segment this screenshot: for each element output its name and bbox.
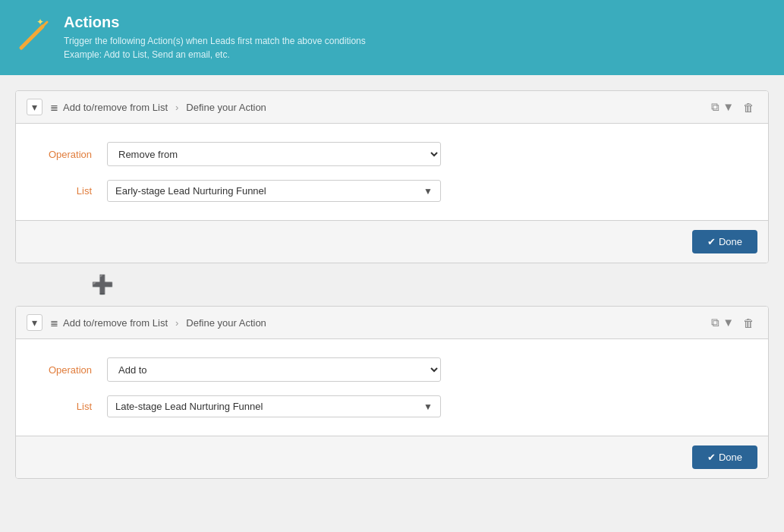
list-icon-1: ≣: [50, 102, 58, 113]
add-icon: ➕: [91, 274, 114, 294]
operation-label-1: Operation: [31, 149, 92, 160]
main-content: ▾ ≣ Add to/remove from List › Define you…: [0, 75, 784, 494]
svg-text:✦: ✦: [36, 17, 44, 27]
collapse-button-2[interactable]: ▾: [27, 314, 43, 331]
operation-select-1[interactable]: Remove from Add to: [107, 142, 441, 166]
action-title-2: ≣ Add to/remove from List › Define your …: [50, 317, 701, 329]
copy-button-1[interactable]: ⧉ ▼: [708, 99, 737, 115]
header: ✦ Actions Trigger the following Action(s…: [0, 0, 784, 75]
list-value-1: Early-stage Lead Nurturing Funnel: [115, 185, 266, 197]
separator-2: ›: [175, 317, 178, 329]
delete-button-2[interactable]: 🗑: [740, 315, 757, 331]
action-header-2: ▾ ≣ Add to/remove from List › Define you…: [16, 307, 768, 339]
action-block-1: ▾ ≣ Add to/remove from List › Define you…: [15, 90, 769, 263]
list-label-2: List: [31, 401, 92, 412]
breadcrumb-label-1: Add to/remove from List: [63, 102, 168, 113]
svg-line-0: [21, 27, 43, 48]
action-body-2: Operation Add to Remove from List Late-s…: [16, 339, 768, 436]
header-text: Actions Trigger the following Action(s) …: [64, 14, 366, 61]
action-tools-2: ⧉ ▼ 🗑: [708, 314, 757, 331]
header-icon: ✦: [15, 17, 52, 58]
done-button-1[interactable]: ✔ Done: [692, 230, 757, 253]
action-body-1: Operation Remove from Add to List Early-…: [16, 124, 768, 220]
list-label-1: List: [31, 185, 92, 197]
add-action-button[interactable]: ➕: [91, 275, 114, 294]
operation-row-2: Operation Add to Remove from: [31, 357, 753, 382]
list-icon-2: ≣: [50, 317, 58, 329]
define-action-label-1: Define your Action: [186, 102, 266, 113]
list-value-2: Late-stage Lead Nurturing Funnel: [115, 401, 263, 412]
action-title-1: ≣ Add to/remove from List › Define your …: [50, 102, 701, 113]
add-action-area: ➕: [15, 263, 769, 306]
action-block-2: ▾ ≣ Add to/remove from List › Define you…: [15, 306, 769, 479]
action-header-1: ▾ ≣ Add to/remove from List › Define you…: [16, 91, 768, 124]
action-footer-2: ✔ Done: [16, 436, 768, 478]
header-description: Trigger the following Action(s) when Lea…: [64, 34, 366, 61]
separator-1: ›: [175, 102, 178, 113]
collapse-button-1[interactable]: ▾: [27, 99, 43, 115]
breadcrumb-label-2: Add to/remove from List: [63, 317, 168, 329]
dropdown-arrow-1: ▼: [423, 186, 433, 197]
operation-label-2: Operation: [31, 364, 92, 376]
operation-select-2[interactable]: Add to Remove from: [107, 357, 441, 382]
page-title: Actions: [64, 14, 366, 31]
list-row-2: List Late-stage Lead Nurturing Funnel ▼: [31, 395, 753, 417]
delete-button-1[interactable]: 🗑: [740, 99, 757, 115]
list-row-1: List Early-stage Lead Nurturing Funnel ▼: [31, 180, 753, 202]
action-tools-1: ⧉ ▼ 🗑: [708, 99, 757, 115]
copy-button-2[interactable]: ⧉ ▼: [708, 314, 737, 331]
dropdown-arrow-2: ▼: [423, 401, 433, 412]
done-button-2[interactable]: ✔ Done: [692, 445, 757, 469]
define-action-label-2: Define your Action: [186, 317, 266, 329]
list-dropdown-1[interactable]: Early-stage Lead Nurturing Funnel ▼: [107, 180, 441, 202]
operation-row-1: Operation Remove from Add to: [31, 142, 753, 166]
list-dropdown-2[interactable]: Late-stage Lead Nurturing Funnel ▼: [107, 395, 441, 417]
action-footer-1: ✔ Done: [16, 220, 768, 263]
